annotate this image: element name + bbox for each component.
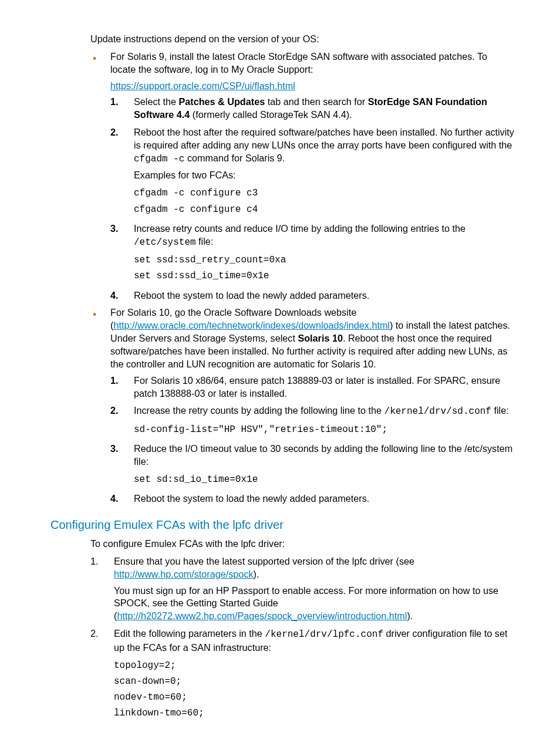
bullet1-lead: For Solaris 9, install the latest Oracle… xyxy=(110,51,487,75)
oracle-support-link[interactable]: https://support.oracle.com/CSP/ui/flash.… xyxy=(110,80,295,91)
ssd-settings: set ssd:ssd_retry_count=0xa set ssd:ssd_… xyxy=(134,252,514,284)
step-1: 1. Select the Patches & Updates tab and … xyxy=(110,96,514,121)
step-1: 1. For Solaris 10 x86/64, ensure patch 1… xyxy=(110,374,514,400)
spock-overview-link[interactable]: http://h20272.www2.hp.com/Pages/spock_ov… xyxy=(117,610,407,621)
step-3: 3. Increase retry counts and reduce I/O … xyxy=(110,222,514,285)
hp-spock-link[interactable]: http://www.hp.com/storage/spock xyxy=(114,569,254,579)
bullet-solaris-9: For Solaris 9, install the latest Oracle… xyxy=(90,50,514,302)
lpfc-conf-settings: topology=2; scan-down=0; nodev-tmo=60; l… xyxy=(114,658,514,722)
top-bullet-list: For Solaris 9, install the latest Oracle… xyxy=(90,50,514,505)
sd-config-list: sd-config-list="HP HSV","retries-timeout… xyxy=(134,422,514,438)
section-intro: To configure Emulex FCAs with the lpfc d… xyxy=(90,538,514,551)
lpfc-steps: 1. Ensure that you have the latest suppo… xyxy=(90,555,514,722)
step-4: 4. Reboot the system to load the newly a… xyxy=(110,492,514,505)
intro-text: Update instructions depend on the versio… xyxy=(90,33,514,46)
step-2: 2. Increase the retry counts by adding t… xyxy=(110,404,514,438)
section-heading: Configuring Emulex FCAs with the lpfc dr… xyxy=(50,517,514,533)
step-2: 2. Reboot the host after the required so… xyxy=(110,126,514,218)
step-3: 3. Reduce the I/O timeout value to 30 se… xyxy=(110,443,514,488)
oracle-downloads-link[interactable]: http://www.oracle.com/technetwork/indexe… xyxy=(113,320,390,330)
solaris9-steps: 1. Select the Patches & Updates tab and … xyxy=(110,96,514,302)
lpfc-step-1: 1. Ensure that you have the latest suppo… xyxy=(90,555,514,623)
step-4: 4. Reboot the system to load the newly a… xyxy=(110,289,514,302)
cfgadm-example: cfgadm -c configure c3 cfgadm -c configu… xyxy=(134,185,514,217)
bullet-solaris-10: For Solaris 10, go the Oracle Software D… xyxy=(90,306,514,505)
solaris10-steps: 1. For Solaris 10 x86/64, ensure patch 1… xyxy=(110,374,514,505)
sd-io-time: set sd:sd_io_time=0x1e xyxy=(134,472,514,488)
lpfc-step-2: 2. Edit the following parameters in the … xyxy=(90,627,514,721)
